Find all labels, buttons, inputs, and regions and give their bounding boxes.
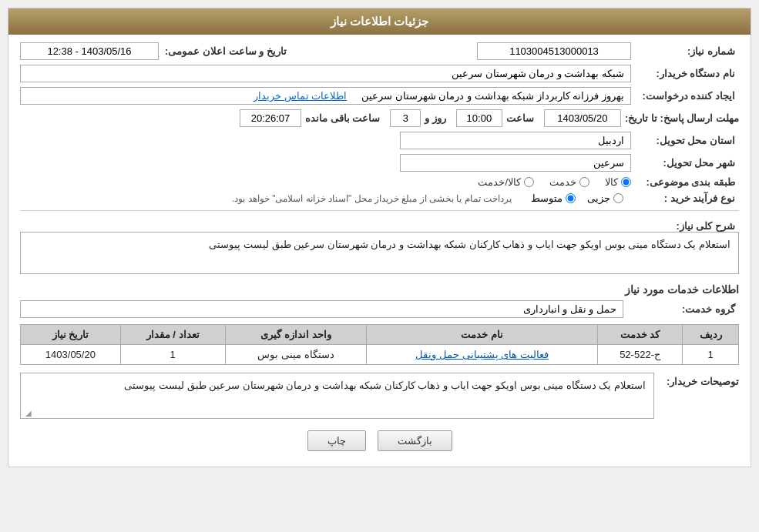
category-radio3-input[interactable] (524, 177, 534, 187)
need-desc-row: شرح کلی نیاز: استعلام یک دستگاه مینی بوس… (20, 217, 739, 274)
panel-body: شماره نیاز: 1103004513000013 تاریخ و ساع… (8, 35, 751, 467)
city-value: سرعین (400, 154, 631, 172)
province-value: اردبیل (400, 132, 631, 149)
services-table: ردیف کد خدمت نام خدمت واحد اندازه گیری ت… (20, 324, 739, 365)
creator-text: بهروز فرزانه کاربرداز شبکه بهداشت و درما… (361, 90, 624, 102)
date-value: 1403/05/16 - 12:38 (20, 42, 159, 60)
city-label: شهر محل تحویل: (631, 157, 739, 169)
buyer-desc-label: توصیحات خریدار: (662, 373, 739, 387)
date-label: تاریخ و ساعت اعلان عمومی: (165, 45, 291, 57)
divider1 (20, 210, 739, 211)
creator-row: ایجاد کننده درخواست: بهروز فرزانه کاربرد… (20, 87, 739, 105)
panel-header: جزئیات اطلاعات نیاز (8, 8, 751, 35)
category-radio1-input[interactable] (621, 177, 631, 187)
cell-unit: دستگاه مینی بوس (225, 345, 367, 365)
process-radio-joz[interactable]: جزیی (587, 192, 623, 204)
cell-quantity: 1 (120, 345, 225, 365)
send-time-value: 10:00 (456, 109, 502, 127)
table-header-row: ردیف کد خدمت نام خدمت واحد اندازه گیری ت… (21, 325, 739, 345)
province-label: استان محل تحویل: (631, 135, 739, 146)
creator-link[interactable]: اطلاعات تماس خریدار (254, 90, 347, 102)
send-days-label: روز و (425, 112, 446, 124)
send-remain-value: 20:26:07 (240, 109, 301, 127)
category-radio2-input[interactable] (579, 177, 589, 187)
category-radio-kala-khedmat[interactable]: کالا/خدمت (478, 176, 534, 188)
send-time-label: ساعت (506, 112, 534, 124)
category-radio1-label: کالا (605, 176, 618, 188)
page-wrapper: جزئیات اطلاعات نیاز شماره نیاز: 11030045… (0, 0, 759, 532)
services-title: اطلاعات خدمات مورد نیاز (20, 283, 739, 296)
send-days-value: 3 (390, 109, 421, 127)
process-radio2-input[interactable] (566, 193, 576, 203)
category-radio-group: کالا خدمت کالا/خدمت (20, 176, 631, 188)
need-desc-value: استعلام یک دستگاه مینی بوس اویکو جهت ایا… (20, 232, 739, 274)
cell-date: 1403/05/20 (21, 345, 121, 365)
service-group-row: گروه خدمت: حمل و نقل و انبارداری (20, 300, 739, 318)
services-section: اطلاعات خدمات مورد نیاز گروه خدمت: حمل و… (20, 283, 739, 365)
send-date-value: 1403/05/20 (544, 109, 621, 127)
category-radio3-label: کالا/خدمت (478, 176, 521, 188)
buyer-name-value: شبکه بهداشت و درمان شهرستان سرعین (20, 65, 631, 82)
category-row: طبقه بندی موضوعی: کالا خدمت کالا/خدمت (20, 176, 739, 188)
deadline-row: مهلت ارسال پاسخ: تا تاریخ: 1403/05/20 سا… (20, 109, 739, 127)
process-row: نوع فرآیند خرید : جزیی متوسط پرداخت تمام… (20, 192, 739, 204)
back-button[interactable]: بازگشت (378, 430, 452, 451)
table-row: 1 ح-522-52 فعالیت های پشتیبانی حمل ونقل … (21, 345, 739, 365)
need-number-row: شماره نیاز: 1103004513000013 تاریخ و ساع… (20, 42, 739, 60)
service-group-label: گروه خدمت: (631, 303, 739, 315)
category-radio2-label: خدمت (549, 176, 576, 188)
buttons-row: بازگشت چاپ (20, 430, 739, 459)
need-number-value: 1103004513000013 (477, 42, 631, 60)
category-label: طبقه بندی موضوعی: (631, 176, 739, 188)
need-number-label: شماره نیاز: (631, 45, 739, 57)
service-group-value: حمل و نقل و انبارداری (20, 300, 623, 318)
buyer-desc-box: استعلام یک دستگاه مینی بوس اویکو جهت ایا… (20, 373, 654, 419)
creator-value: بهروز فرزانه کاربرداز شبکه بهداشت و درما… (20, 87, 631, 105)
col-service-code: کد خدمت (597, 325, 682, 345)
city-row: شهر محل تحویل: سرعین (20, 154, 739, 172)
send-remain-label: ساعت باقی مانده (305, 112, 380, 124)
send-date-label: مهلت ارسال پاسخ: تا تاریخ: (625, 112, 739, 124)
buyer-desc-section: توصیحات خریدار: استعلام یک دستگاه مینی ب… (20, 373, 739, 419)
main-panel: جزئیات اطلاعات نیاز شماره نیاز: 11030045… (8, 8, 751, 467)
category-radio-khedmat[interactable]: خدمت (549, 176, 589, 188)
panel-title: جزئیات اطلاعات نیاز (331, 15, 428, 28)
cell-service-code: ح-522-52 (597, 345, 682, 365)
need-desc-label: شرح کلی نیاز: (631, 217, 739, 232)
process-radio1-label: جزیی (587, 192, 610, 204)
col-date: تاریخ نیاز (21, 325, 121, 345)
col-quantity: تعداد / مقدار (120, 325, 225, 345)
buyer-name-label: نام دستگاه خریدار: (631, 68, 739, 79)
print-button[interactable]: چاپ (307, 430, 366, 451)
process-label: نوع فرآیند خرید : (631, 192, 739, 204)
process-note: پرداخت تمام یا بخشی از مبلغ خریداز محل "… (232, 193, 512, 204)
process-radio2-label: متوسط (531, 192, 563, 204)
resize-handle-icon: ◢ (22, 407, 32, 417)
col-unit: واحد اندازه گیری (225, 325, 367, 345)
province-row: استان محل تحویل: اردبیل (20, 132, 739, 149)
cell-service-name: فعالیت های پشتیبانی حمل ونقل (367, 345, 598, 365)
category-radio-kala[interactable]: کالا (605, 176, 631, 188)
buyer-desc-value: استعلام یک دستگاه مینی بوس اویکو جهت ایا… (124, 380, 646, 391)
col-row-num: ردیف (683, 325, 739, 345)
creator-label: ایجاد کننده درخواست: (631, 90, 739, 102)
col-service-name: نام خدمت (367, 325, 598, 345)
buyer-name-row: نام دستگاه خریدار: شبکه بهداشت و درمان ش… (20, 65, 739, 82)
process-radio-group: جزیی متوسط (531, 192, 623, 204)
process-radio-mota[interactable]: متوسط (531, 192, 576, 204)
cell-row-num: 1 (683, 345, 739, 365)
process-radio1-input[interactable] (613, 193, 623, 203)
